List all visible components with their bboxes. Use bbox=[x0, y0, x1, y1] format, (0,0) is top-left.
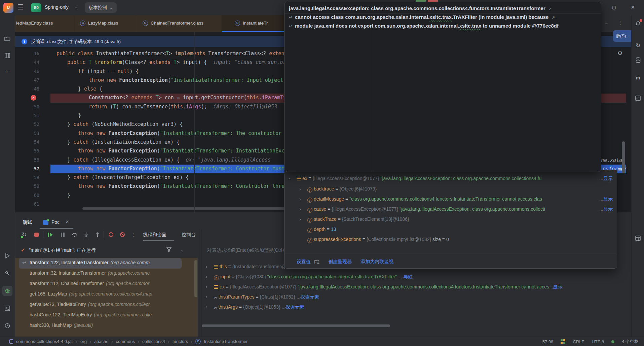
show-link[interactable]: ...显示 bbox=[599, 176, 613, 182]
collapse-chevron-icon[interactable]: › bbox=[287, 178, 293, 179]
tab-threads-variables[interactable]: 线程和变量 bbox=[143, 232, 166, 238]
step-over-icon[interactable] bbox=[71, 231, 79, 239]
terminal-icon[interactable] bbox=[2, 303, 12, 313]
expand-chevron-icon[interactable]: › bbox=[206, 264, 207, 269]
breadcrumb-item[interactable]: collections4 bbox=[142, 339, 165, 344]
editor-tab[interactable]: CChainedTransformer.class bbox=[136, 15, 222, 32]
expand-chevron-icon[interactable]: › bbox=[206, 284, 207, 289]
stack-frame-row[interactable]: transform:122, InstantiateTransformer(or… bbox=[30, 260, 184, 265]
variable-row[interactable]: p input = {Class@1030} "class com.sun.or… bbox=[214, 274, 413, 280]
popup-field-row[interactable]: f suppressedExceptions = {Collections$Em… bbox=[307, 237, 592, 243]
popup-field-row[interactable]: f backtrace = {Object[6]@1079} bbox=[307, 186, 592, 193]
show-link[interactable]: ...显示 bbox=[599, 196, 613, 202]
breadcrumb[interactable]: commons-collections4-4.0.jar›org›apache›… bbox=[9, 339, 248, 344]
line-ending-widget[interactable]: CRLF bbox=[573, 339, 584, 344]
expand-chevron-icon[interactable]: › bbox=[206, 274, 207, 279]
frames-scrollbar[interactable] bbox=[194, 260, 197, 297]
variable-row[interactable]: ex = {IllegalAccessException@1077} "java… bbox=[214, 284, 563, 290]
breadcrumb-item[interactable]: apache bbox=[94, 339, 109, 344]
inspections-grid-icon[interactable] bbox=[561, 339, 565, 344]
mute-breakpoints-icon[interactable] bbox=[118, 231, 126, 239]
maximize-button[interactable]: ▢ bbox=[607, 3, 621, 11]
editor-settings-gear-icon[interactable]: ⚙ bbox=[617, 50, 622, 57]
show-link[interactable]: ...显示 bbox=[599, 206, 613, 212]
stop-icon[interactable] bbox=[32, 231, 40, 239]
stack-frame-row[interactable]: hashCode:122, TiedMapEntry(org.apache.co… bbox=[30, 312, 184, 317]
expand-chevron-icon[interactable]: › bbox=[206, 294, 207, 300]
expand-chevron-icon[interactable]: › bbox=[206, 304, 207, 310]
variable-row[interactable]: this = {InstantiateTransformer@ bbox=[214, 264, 286, 269]
stack-frame-row[interactable]: getValue:73, TiedMapEntry(org.apache.com… bbox=[30, 302, 184, 307]
popup-field-row[interactable]: f cause = {IllegalAccessException@1077} … bbox=[307, 206, 592, 213]
step-into-icon[interactable] bbox=[82, 231, 90, 239]
breadcrumb-item[interactable]: commons bbox=[116, 339, 135, 344]
variable-row[interactable]: ∞ this.iParamTypes = {Class[1]@1052} ...… bbox=[214, 294, 319, 300]
filter-funnel-icon[interactable] bbox=[166, 247, 172, 253]
close-session-icon[interactable]: ✕ bbox=[66, 219, 69, 224]
maven-icon[interactable]: m bbox=[633, 72, 643, 82]
vcs-widget[interactable]: 版本控制⌄ bbox=[85, 2, 117, 13]
tab-options-icon[interactable]: ⋮ bbox=[617, 20, 623, 26]
stack-frame-row[interactable]: transform:32, InstantiateTransformer(org… bbox=[30, 270, 184, 276]
project-folder-icon[interactable] bbox=[2, 34, 12, 44]
expand-chevron-icon[interactable]: › bbox=[299, 216, 301, 222]
caret-position[interactable]: 57:98 bbox=[542, 339, 554, 344]
editor-tab[interactable]: CLazyMap.class bbox=[74, 15, 136, 32]
resume-icon[interactable] bbox=[46, 231, 54, 239]
problems-icon[interactable] bbox=[2, 321, 12, 331]
expand-icon[interactable]: ↗ bbox=[548, 6, 552, 11]
run-icon[interactable] bbox=[2, 251, 12, 261]
stack-frame-row[interactable]: transform:112, ChainedTransformer(org.ap… bbox=[30, 281, 184, 286]
set-value-link[interactable]: 设置值 bbox=[297, 259, 311, 265]
encoding-widget[interactable]: UTF-8 bbox=[592, 339, 604, 344]
expand-icon[interactable]: ↗ bbox=[552, 15, 555, 20]
popup-field-row[interactable]: f detailMessage = "class org.apache.comm… bbox=[307, 196, 592, 203]
rerun-icon[interactable]: ↻ bbox=[20, 231, 28, 239]
variables-hscrollbar[interactable] bbox=[202, 324, 390, 327]
thread-status[interactable]: "main"@1 在组"main": 正在运行 bbox=[29, 247, 96, 253]
main-menu-icon[interactable]: ☰ bbox=[17, 3, 24, 11]
add-inline-watch-link[interactable]: 添加为内联监视 bbox=[361, 259, 393, 265]
database-icon[interactable] bbox=[633, 55, 643, 65]
toolbar-more-icon[interactable]: ⋮ bbox=[130, 231, 138, 239]
build-icon[interactable] bbox=[2, 268, 12, 278]
step-out-icon[interactable] bbox=[93, 231, 102, 239]
chevron-down-icon[interactable]: ⌄ bbox=[181, 248, 184, 252]
close-button[interactable]: ✕ bbox=[626, 3, 640, 11]
stack-frame-row[interactable]: get:165, LazyMap(org.apache.commons.coll… bbox=[30, 291, 184, 297]
board-icon[interactable] bbox=[2, 50, 12, 61]
expand-chevron-icon[interactable]: › bbox=[299, 186, 301, 192]
debug-icon[interactable] bbox=[2, 286, 12, 296]
pause-icon[interactable] bbox=[59, 231, 67, 239]
expand-chevron-icon[interactable]: › bbox=[299, 206, 301, 212]
indent-widget[interactable]: 4 个空格 bbox=[622, 339, 639, 345]
create-renderer-link[interactable]: 创建呈现器 bbox=[328, 259, 352, 265]
stack-frame-row[interactable]: hash:338, HashMap(java.util) bbox=[30, 322, 184, 328]
popup-header-row[interactable]: ex = {IllegalAccessException@1077} "java… bbox=[297, 176, 593, 181]
breadcrumb-item[interactable]: org bbox=[80, 339, 87, 344]
project-badge[interactable]: S0 bbox=[31, 3, 41, 12]
popup-field-row[interactable]: f stackTrace = {StackTraceElement[13]@10… bbox=[307, 216, 592, 223]
breadcrumb-item[interactable]: InstantiateTransformer bbox=[204, 339, 248, 344]
expand-chevron-icon[interactable]: › bbox=[299, 196, 301, 202]
project-selector[interactable]: Spring-only bbox=[45, 4, 69, 10]
profiler-icon[interactable] bbox=[633, 93, 643, 103]
view-breakpoints-icon[interactable] bbox=[107, 231, 115, 239]
tab-console[interactable]: 控制台 bbox=[182, 232, 196, 238]
breakpoint-icon[interactable]: ✓ bbox=[31, 95, 36, 101]
debug-session-tab[interactable]: Poc bbox=[51, 219, 60, 225]
panel-divider[interactable] bbox=[201, 229, 201, 337]
breadcrumb-item[interactable]: functors bbox=[173, 339, 188, 344]
popup-field-row[interactable]: f depth = 13 bbox=[307, 227, 592, 233]
breadcrumb-item[interactable]: commons-collections4-4.0.jar bbox=[16, 339, 73, 344]
editor-vscrollbar[interactable] bbox=[622, 141, 625, 173]
evaluate-input[interactable]: 对表达式求值(Enter)或添加监视(Ctrl+S bbox=[207, 247, 288, 253]
source-action-button[interactable]: 源(S)... bbox=[613, 30, 631, 42]
reload-icon[interactable]: ↻ bbox=[633, 40, 643, 50]
notifications-bell-icon[interactable] bbox=[633, 19, 643, 29]
variable-row[interactable]: ∞ this.iArgs = {Object[1]@1053} ...探索元素 bbox=[214, 304, 304, 310]
more-icon[interactable]: ⋯ bbox=[2, 66, 12, 76]
hidden-tabs-chevron-icon[interactable]: ⌄ bbox=[605, 20, 608, 25]
layout-icon[interactable] bbox=[633, 233, 643, 243]
editor-tab[interactable]: iedMapEntry.class bbox=[15, 15, 74, 32]
